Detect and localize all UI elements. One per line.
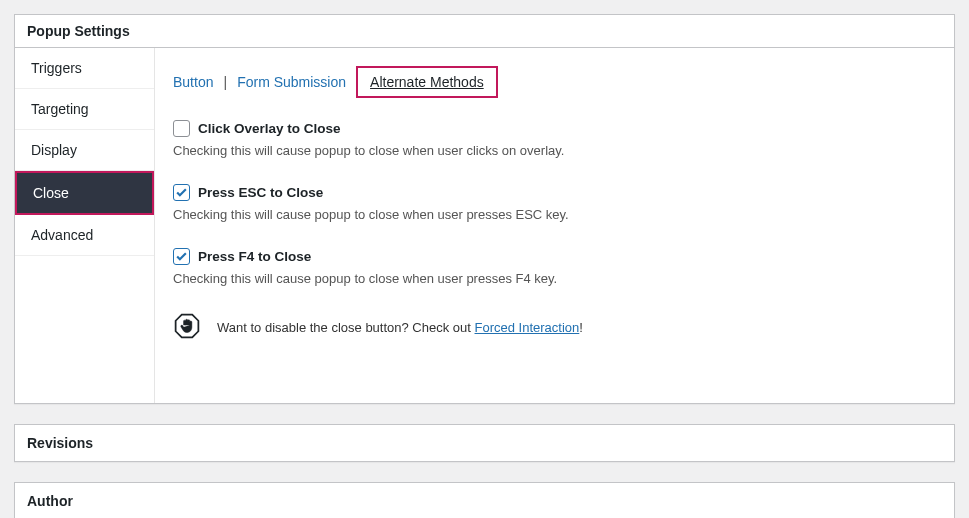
- sidebar-item-advanced[interactable]: Advanced: [15, 215, 154, 256]
- settings-sidebar: Triggers Targeting Display Close Advance…: [15, 48, 155, 403]
- label-click-overlay: Click Overlay to Close: [198, 121, 341, 136]
- check-icon: [175, 250, 188, 263]
- field-press-esc: Press ESC to Close Checking this will ca…: [173, 184, 936, 222]
- forced-interaction-link[interactable]: Forced Interaction: [475, 320, 580, 335]
- panel-title: Popup Settings: [27, 23, 942, 39]
- sidebar-item-triggers[interactable]: Triggers: [15, 48, 154, 89]
- forced-interaction-note: Want to disable the close button? Check …: [173, 312, 936, 343]
- desc-press-esc: Checking this will cause popup to close …: [173, 207, 936, 222]
- revisions-panel[interactable]: Revisions: [14, 424, 955, 462]
- desc-press-f4: Checking this will cause popup to close …: [173, 271, 936, 286]
- checkbox-press-esc[interactable]: [173, 184, 190, 201]
- subtab-button[interactable]: Button: [173, 74, 213, 90]
- subtab-form-submission[interactable]: Form Submission: [237, 74, 346, 90]
- sidebar-item-targeting[interactable]: Targeting: [15, 89, 154, 130]
- settings-content: Button | Form Submission Alternate Metho…: [155, 48, 954, 403]
- label-press-esc: Press ESC to Close: [198, 185, 323, 200]
- field-click-overlay: Click Overlay to Close Checking this wil…: [173, 120, 936, 158]
- note-suffix: !: [579, 320, 583, 335]
- sidebar-item-display[interactable]: Display: [15, 130, 154, 171]
- close-subtabs: Button | Form Submission Alternate Metho…: [173, 66, 936, 98]
- note-text: Want to disable the close button? Check …: [217, 320, 583, 335]
- label-press-f4: Press F4 to Close: [198, 249, 311, 264]
- hand-stop-icon: [173, 312, 201, 343]
- note-prefix: Want to disable the close button? Check …: [217, 320, 475, 335]
- subtab-separator: |: [223, 74, 227, 90]
- popup-settings-panel: Popup Settings Triggers Targeting Displa…: [14, 14, 955, 404]
- popup-settings-body: Triggers Targeting Display Close Advance…: [15, 48, 954, 403]
- desc-click-overlay: Checking this will cause popup to close …: [173, 143, 936, 158]
- checkbox-click-overlay[interactable]: [173, 120, 190, 137]
- popup-settings-header: Popup Settings: [15, 15, 954, 48]
- check-icon: [175, 186, 188, 199]
- author-panel[interactable]: Author: [14, 482, 955, 518]
- revisions-title: Revisions: [27, 435, 942, 451]
- author-title: Author: [27, 493, 942, 509]
- field-press-f4: Press F4 to Close Checking this will cau…: [173, 248, 936, 286]
- checkbox-press-f4[interactable]: [173, 248, 190, 265]
- sidebar-item-close[interactable]: Close: [15, 171, 154, 215]
- subtab-alternate-methods[interactable]: Alternate Methods: [356, 66, 498, 98]
